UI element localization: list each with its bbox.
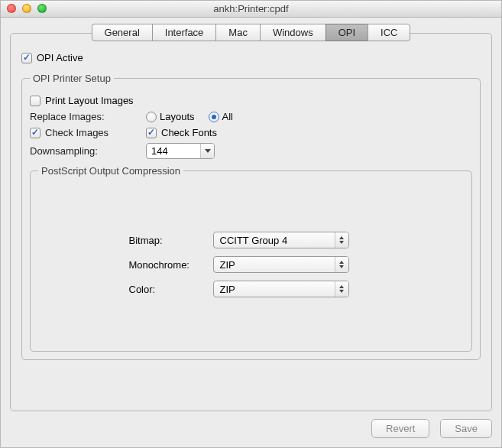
bitmap-row: Bitmap: CCITT Group 4 (129, 232, 374, 248)
monochrome-updown-icon[interactable] (335, 257, 348, 272)
replace-layouts-radio[interactable] (146, 112, 157, 122)
tab-icc[interactable]: ICC (368, 24, 410, 41)
opi-active-checkbox[interactable] (21, 53, 32, 63)
monochrome-row: Monochrome: ZIP (129, 256, 374, 273)
tab-bar: General Interface Mac Windows OPI ICC (10, 24, 492, 41)
check-fonts-label: Check Fonts (161, 127, 217, 138)
check-fonts-checkbox[interactable] (146, 128, 157, 138)
chevron-down-icon[interactable] (200, 144, 214, 158)
minimize-icon[interactable] (22, 4, 31, 13)
panel-opi: OPI Active OPI Printer Setup Print Layou… (10, 33, 492, 411)
color-row: Color: ZIP (129, 281, 374, 297)
color-value: ZIP (214, 284, 335, 295)
monochrome-label: Monochrome: (129, 259, 213, 271)
tab-mac[interactable]: Mac (215, 24, 260, 41)
tab-windows[interactable]: Windows (260, 24, 325, 41)
opi-active-row: OPI Active (21, 52, 481, 63)
zoom-icon[interactable] (37, 4, 47, 13)
bitmap-updown-icon[interactable] (335, 232, 348, 248)
window-title: ankh:Printer:cpdf (213, 3, 288, 15)
tab-general[interactable]: General (92, 24, 152, 41)
bitmap-popup[interactable]: CCITT Group 4 (213, 232, 349, 248)
replace-all-radio[interactable] (209, 112, 219, 122)
print-layout-images-checkbox[interactable] (30, 96, 40, 106)
replace-layouts-label: Layouts (160, 111, 195, 122)
check-row: Check Images Check Fonts (30, 127, 472, 138)
footer: Revert Save (10, 419, 492, 438)
traffic-lights (7, 4, 47, 13)
ps-rows: Bitmap: CCITT Group 4 Monochrome: (38, 232, 464, 297)
replace-all-label: All (222, 111, 233, 122)
monochrome-popup[interactable]: ZIP (213, 256, 349, 273)
replace-all-option[interactable]: All (209, 111, 233, 122)
color-popup[interactable]: ZIP (213, 281, 349, 297)
monochrome-value: ZIP (214, 259, 335, 271)
downsampling-value: 144 (147, 145, 200, 157)
titlebar: ankh:Printer:cpdf (1, 1, 501, 18)
tab-opi[interactable]: OPI (325, 24, 368, 41)
ps-compression-legend: PostScript Output Compression (38, 165, 183, 177)
print-layout-images-label: Print Layout Images (45, 95, 134, 106)
close-icon[interactable] (7, 4, 16, 13)
tab-interface[interactable]: Interface (152, 24, 216, 41)
color-updown-icon[interactable] (335, 281, 348, 297)
replace-images-label: Replace Images: (30, 111, 146, 122)
check-images-label: Check Images (45, 127, 108, 138)
downsampling-label: Downsampling: (30, 145, 146, 157)
opi-setup-group: OPI Printer Setup Print Layout Images Re… (21, 73, 481, 360)
ps-compression-group: PostScript Output Compression Bitmap: CC… (30, 165, 472, 352)
opi-active-label: OPI Active (37, 52, 83, 63)
check-images-checkbox[interactable] (30, 128, 40, 138)
bitmap-value: CCITT Group 4 (214, 235, 335, 246)
color-label: Color: (129, 284, 213, 295)
bitmap-label: Bitmap: (129, 235, 213, 246)
replace-images-row: Replace Images: Layouts All (30, 111, 472, 122)
revert-button[interactable]: Revert (371, 419, 429, 438)
content: General Interface Mac Windows OPI ICC OP… (1, 18, 501, 447)
window: ankh:Printer:cpdf General Interface Mac … (0, 0, 502, 448)
opi-setup-legend: OPI Printer Setup (30, 73, 114, 84)
replace-layouts-option[interactable]: Layouts (146, 111, 195, 122)
downsampling-row: Downsampling: 144 (30, 143, 472, 159)
save-button[interactable]: Save (440, 419, 492, 438)
downsampling-combo[interactable]: 144 (146, 143, 215, 159)
print-layout-images-row: Print Layout Images (30, 95, 472, 106)
